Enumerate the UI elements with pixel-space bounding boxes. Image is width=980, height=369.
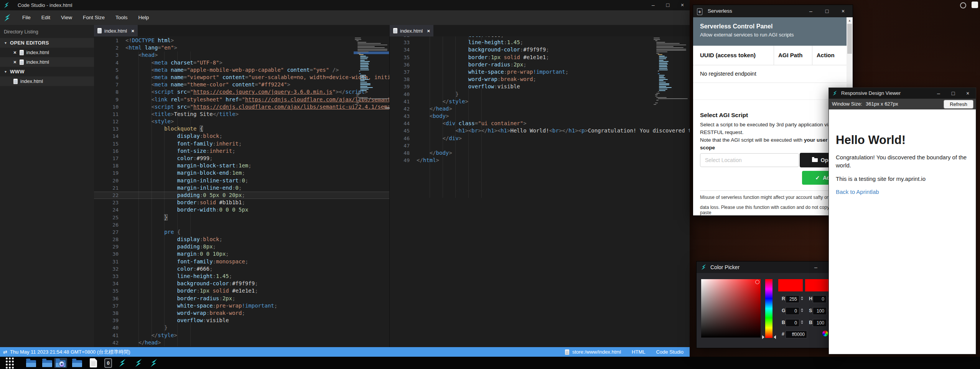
code-line[interactable]: 10 <script src="https://cdnjs.cloudflare… [94,103,389,111]
code-line[interactable]: 11 <title>Testing Site</title> [94,111,389,118]
code-line[interactable]: 48 </body> [390,149,690,157]
code-line[interactable]: 34 background-color:#f9f9f9; [390,46,690,53]
code-line[interactable]: 19 margin-block-end:1em; [94,169,389,177]
taskbar-item-code-studio-logo[interactable] [132,358,145,368]
menu-help[interactable]: Help [133,10,155,25]
hue-slider-arrow-left[interactable] [762,335,764,339]
code-line[interactable]: 49</html> [390,157,690,164]
code-line[interactable]: 14 display:block; [94,132,389,140]
code-line[interactable]: 47 [390,142,690,149]
code-line[interactable]: 8 <script src="https://code.jquery.com/j… [94,88,389,96]
code-line[interactable]: 33 line-height:1.45; [94,273,389,280]
minimap[interactable] [654,38,686,105]
minimize-button[interactable]: – [810,261,822,273]
field-value-h[interactable]: 0 [813,295,827,303]
code-line[interactable]: 38 word-wrap:break-word; [390,76,690,83]
tab-index-html-right[interactable]: index.html × [390,25,433,36]
code-line[interactable]: 25 } [94,214,389,221]
title-bar[interactable]: Responsive Design Viewer – □ × [829,88,976,99]
code-line[interactable]: 35 border:1px solid #e1e1e1; [390,54,690,61]
taskbar-item-code-studio-logo[interactable] [147,358,160,368]
code-line[interactable]: 36 border-radius:2px; [94,295,389,302]
code-lines[interactable]: 1<!DOCTYPE html>2<html lang="en">3 <head… [94,37,389,346]
maximize-button[interactable]: □ [946,88,960,99]
minimize-button[interactable]: – [931,88,946,99]
hue-slider-arrow-right[interactable] [774,335,776,339]
title-bar[interactable]: Code Studio - index.html – □ × [0,0,690,10]
close-button[interactable]: × [675,0,690,10]
tab-close-icon[interactable]: × [427,28,430,34]
hue-slider[interactable] [765,279,772,338]
minimize-button[interactable]: – [803,5,819,17]
tab-index-html-left[interactable]: index.html × [94,25,138,36]
code-line[interactable]: 24 border-width:0 0 0 5px [94,206,389,213]
taskbar-item-code-studio-logo[interactable] [116,358,129,368]
code-line[interactable]: 30 margin:0 0 10px; [94,250,389,258]
code-line[interactable]: 35 border:1px solid #e1e1e1; [94,287,389,295]
code-line[interactable]: 37 white-space:pre-wrap!important; [94,302,389,309]
color-selector-ring[interactable] [755,280,759,284]
field-value-b[interactable]: 100 [813,319,827,327]
code-line[interactable]: 9 <link rel="stylesheet" href="https://c… [94,96,389,103]
code-line[interactable]: 43 <body> [390,113,690,120]
taskbar-item-document[interactable] [87,358,100,368]
editor-pane-right[interactable]: 32 color:#666;33 line-height:1.45;34 bac… [390,36,690,347]
status-file[interactable]: store:/www/index.html [565,349,621,355]
code-line[interactable]: 4 <meta charset="UTF-8"> [94,59,389,66]
hex-input[interactable]: ff0000 [786,331,807,338]
taskbar-item-folder[interactable] [41,358,54,368]
field-value-g[interactable]: 0 [786,307,799,315]
code-line[interactable]: 7 <meta name="theme-color" content="#ff9… [94,81,389,88]
stepper-arrows[interactable] [801,320,803,324]
code-line[interactable]: 2<html lang="en"> [94,44,389,51]
tab-close-icon[interactable]: × [131,28,134,34]
color-wheel-icon[interactable] [822,331,828,336]
code-line[interactable]: 22 padding:0 5px 0 20px; [94,192,389,199]
code-line[interactable]: 12 <style> [94,118,389,125]
taskbar-item-usb-drive[interactable]: 0 [102,358,115,368]
code-line[interactable]: 28 display:block; [94,236,389,243]
maximize-button[interactable]: □ [819,5,835,17]
sidebar-file-item[interactable]: index.html [0,76,94,86]
code-line[interactable]: 21 margin-inline-end:0; [94,184,389,192]
code-line[interactable]: 6 <meta name="viewport" content="user-sc… [94,74,389,81]
sidebar-section-open-editors[interactable]: ▾OPEN EDITORS [0,38,94,48]
code-line[interactable]: 26 [94,221,389,228]
menu-view[interactable]: View [56,10,77,25]
editor-pane-left[interactable]: 1<!DOCTYPE html>2<html lang="en">3 <head… [94,36,389,347]
close-button[interactable]: × [960,88,975,99]
scroll-up-icon[interactable]: ▲ [847,17,853,22]
code-line[interactable]: 38 word-wrap:break-word; [94,309,389,317]
close-icon[interactable]: × [13,50,16,55]
code-line[interactable]: 5 <meta name="apple-mobile-web-app-capab… [94,66,389,74]
code-line[interactable]: 23 border:solid #b1b1b1; [94,199,389,206]
code-line[interactable]: 41 </style> [390,98,690,105]
code-line[interactable]: 3 <head> [94,51,389,59]
code-line[interactable]: 45 <h1><br></h1><h1>Hello World!<br></h1… [390,127,690,134]
code-line[interactable]: 18 margin-block-start:1em; [94,162,389,169]
title-bar[interactable]: 0 Serverless – □ × [693,5,853,17]
close-button[interactable]: × [835,5,851,17]
code-line[interactable]: 27 pre { [94,228,389,236]
script-location-input[interactable] [700,153,799,167]
code-line[interactable]: 33 line-height:1.45; [390,39,690,46]
code-line[interactable]: 15 font-family:inherit; [94,140,389,147]
refresh-button[interactable]: Refresh [944,100,973,109]
desktop-widget-icon[interactable] [972,2,978,8]
stepper-arrows[interactable] [801,296,803,300]
code-lines[interactable]: 32 color:#666;33 line-height:1.45;34 bac… [390,36,690,164]
code-line[interactable]: 29 padding:8px; [94,243,389,250]
code-line[interactable]: 44 <div class="ui container"> [390,120,690,127]
code-line[interactable]: 46 </div> [390,135,690,142]
sidebar-file-item[interactable]: ×index.html [0,48,94,57]
code-line[interactable]: 42 </head> [390,105,690,113]
status-language[interactable]: HTML [632,349,645,355]
scrollbar-thumb[interactable] [847,24,852,54]
maximize-button[interactable]: □ [660,0,675,10]
code-line[interactable]: 41 </style> [94,332,389,339]
stepper-arrows[interactable] [801,308,803,312]
field-value-r[interactable]: 255 [786,295,799,303]
sidebar-file-item[interactable]: ×index.html [0,57,94,67]
menu-edit[interactable]: Edit [36,10,56,25]
code-line[interactable]: 31 font-family:monospace; [94,258,389,265]
